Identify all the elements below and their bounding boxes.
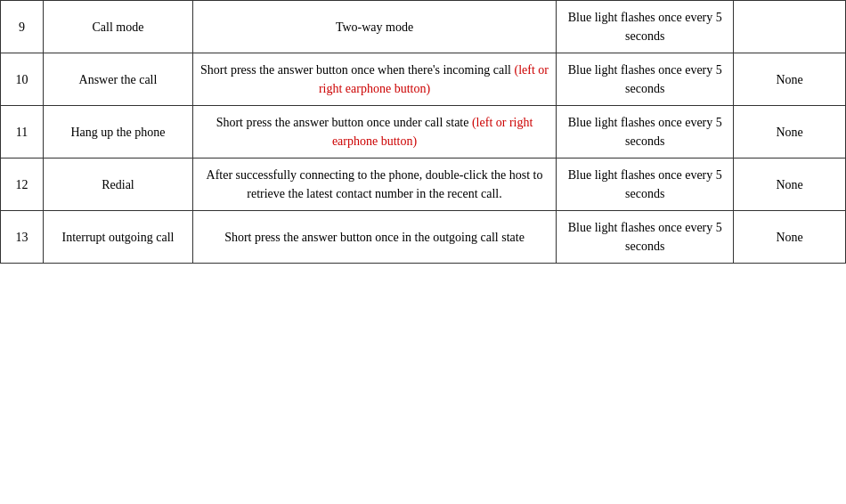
cell-function-10: Answer the call [44,53,193,106]
cell-num-10: 10 [1,53,44,106]
cell-function-9: Call mode [44,1,193,53]
table-row-12: 12 Redial After successfully connecting … [1,159,846,211]
cell-operation-11: Short press the answer button once under… [192,106,557,159]
cell-indicator-11: Blue light flashes once every 5 seconds [557,106,734,159]
cell-indicator-13: Blue light flashes once every 5 seconds [557,211,734,264]
red-text-10: (left or right earphone button) [319,63,549,95]
cell-num-12: 12 [1,159,44,211]
cell-tone-13: None [734,211,846,264]
cell-operation-9: Two-way mode [192,1,557,53]
table-row-13: 13 Interrupt outgoing call Short press t… [1,211,846,264]
cell-num-13: 13 [1,211,44,264]
cell-operation-13: Short press the answer button once in th… [192,211,557,264]
cell-tone-12: None [734,159,846,211]
cell-tone-11: None [734,106,846,159]
cell-num-9: 9 [1,1,44,53]
table-row-9: 9 Call mode Two-way mode Blue light flas… [1,1,846,53]
cell-tone-10: None [734,53,846,106]
cell-indicator-12: Blue light flashes once every 5 seconds [557,159,734,211]
cell-indicator-9: Blue light flashes once every 5 seconds [557,1,734,53]
table-row-10: 10 Answer the call Short press the answe… [1,53,846,106]
cell-operation-12: After successfully connecting to the pho… [192,159,557,211]
red-text-11: (left or right earphone button) [332,116,533,148]
cell-function-11: Hang up the phone [44,106,193,159]
cell-tone-9 [734,1,846,53]
table-row-11: 11 Hang up the phone Short press the ans… [1,106,846,159]
cell-indicator-10: Blue light flashes once every 5 seconds [557,53,734,106]
cell-function-13: Interrupt outgoing call [44,211,193,264]
cell-num-11: 11 [1,106,44,159]
cell-operation-10: Short press the answer button once when … [192,53,557,106]
cell-function-12: Redial [44,159,193,211]
